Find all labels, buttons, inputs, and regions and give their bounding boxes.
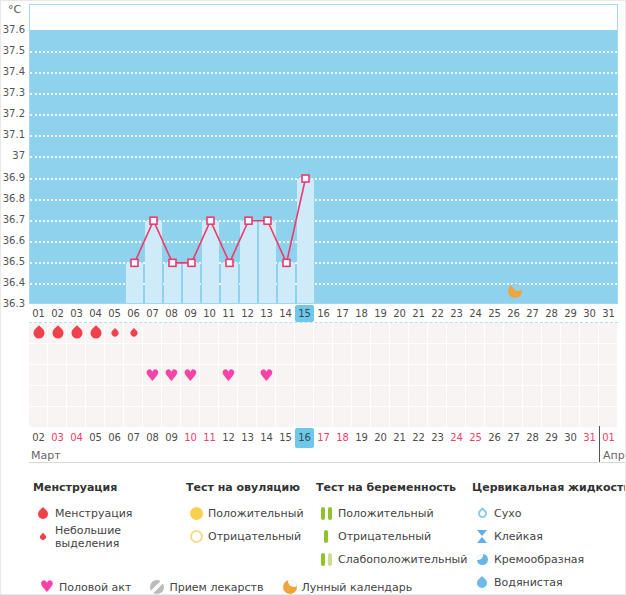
temperature-unit-label: °C [8,3,21,16]
cycle-day-label[interactable]: 31 [599,305,618,322]
cycle-day-label[interactable]: 05 [105,305,124,322]
calendar-date-label[interactable]: 22 [409,428,428,448]
cycle-day-label[interactable]: 04 [86,305,105,322]
y-axis-tick-label: 37.3 [1,87,25,98]
temperature-point[interactable] [245,217,252,224]
calendar-date-label[interactable]: 06 [105,428,124,448]
temperature-point[interactable] [131,259,138,266]
calendar-date-label[interactable]: 13 [238,428,257,448]
calendar-date-label[interactable]: 04 [67,428,86,448]
fertility-chart-app: °C 37.637.537.437.337.237.13736.936.836.… [0,0,626,595]
y-axis-tick-label: 36.5 [1,256,25,267]
calendar-date-axis: 0203040506070809101112131415161718192021… [29,428,618,448]
cycle-day-label[interactable]: 03 [67,305,86,322]
cycle-day-label[interactable]: 15 [295,305,314,322]
calendar-date-label[interactable]: 27 [504,428,523,448]
temperature-point[interactable] [207,217,214,224]
symptom-grid: ♥♥♥♥♥ [29,323,618,428]
intercourse-heart-icon[interactable]: ♥ [259,368,273,384]
cycle-day-label[interactable]: 25 [485,305,504,322]
cycle-day-label[interactable]: 10 [200,305,219,322]
calendar-date-label[interactable]: 11 [200,428,219,448]
intercourse-heart-icon[interactable]: ♥ [221,368,235,384]
cycle-day-label[interactable]: 24 [466,305,485,322]
cycle-day-label[interactable]: 16 [314,305,333,322]
calendar-date-label[interactable]: 20 [371,428,390,448]
cycle-day-label[interactable]: 27 [523,305,542,322]
moon-calendar-icon [508,284,522,298]
calendar-date-label[interactable]: 03 [48,428,67,448]
cycle-day-label[interactable]: 01 [29,305,48,322]
calendar-date-label[interactable]: 19 [352,428,371,448]
calendar-date-label[interactable]: 14 [257,428,276,448]
calendar-date-label[interactable]: 16 [295,428,314,448]
calendar-date-label[interactable]: 24 [447,428,466,448]
cycle-day-label[interactable]: 02 [48,305,67,322]
moon-calendar-icon [280,580,300,594]
legend-item-label: Сухо [494,507,521,520]
ovulation-positive-icon [186,507,206,520]
y-axis-tick-label: 37.5 [1,45,25,56]
calendar-date-label[interactable]: 10 [181,428,200,448]
calendar-date-label[interactable]: 12 [219,428,238,448]
calendar-date-label[interactable]: 18 [333,428,352,448]
temperature-point[interactable] [283,259,290,266]
temperature-line-chart [30,5,619,305]
calendar-date-label[interactable]: 31 [580,428,599,448]
cycle-day-label[interactable]: 13 [257,305,276,322]
cycle-day-label[interactable]: 21 [409,305,428,322]
calendar-date-label[interactable]: 17 [314,428,333,448]
calendar-date-label[interactable]: 26 [485,428,504,448]
temperature-point[interactable] [169,259,176,266]
cycle-day-label[interactable]: 09 [181,305,200,322]
legend-column: Цервикальная жидкостьСухоКлейкаяКремообр… [472,481,626,595]
calendar-date-label[interactable]: 25 [466,428,485,448]
calendar-date-label[interactable]: 23 [428,428,447,448]
intercourse-heart-icon[interactable]: ♥ [145,368,159,384]
cycle-day-label[interactable]: 07 [143,305,162,322]
calendar-date-label[interactable]: 15 [276,428,295,448]
cycle-day-label[interactable]: 22 [428,305,447,322]
calendar-date-label[interactable]: 30 [561,428,580,448]
cycle-day-label[interactable]: 11 [219,305,238,322]
cycle-day-label[interactable]: 17 [333,305,352,322]
cycle-day-label[interactable]: 14 [276,305,295,322]
cycle-day-label[interactable]: 20 [390,305,409,322]
temperature-point[interactable] [264,217,271,224]
y-axis-tick-label: 36.6 [1,235,25,246]
cycle-day-label[interactable]: 08 [162,305,181,322]
cycle-day-label[interactable]: 30 [580,305,599,322]
temperature-point[interactable] [150,217,157,224]
calendar-date-label[interactable]: 01 [599,428,618,448]
intercourse-heart-icon[interactable]: ♥ [164,368,178,384]
temperature-point[interactable] [188,259,195,266]
intercourse-heart-icon: ♥ [37,579,57,595]
temperature-point[interactable] [302,175,309,182]
legend-item-label: Прием лекарств [169,581,263,594]
cycle-day-label[interactable]: 23 [447,305,466,322]
intercourse-heart-icon[interactable]: ♥ [183,368,197,384]
legend-item: Отрицательный [316,525,472,548]
calendar-date-label[interactable]: 29 [542,428,561,448]
cycle-day-label[interactable]: 18 [352,305,371,322]
calendar-date-label[interactable]: 28 [523,428,542,448]
legend-item: Отрицательный [186,525,316,548]
legend-footer-item: Прием лекарств [147,580,263,594]
calendar-date-label[interactable]: 21 [390,428,409,448]
temperature-point[interactable] [226,259,233,266]
calendar-date-label[interactable]: 07 [124,428,143,448]
calendar-date-label[interactable]: 09 [162,428,181,448]
calendar-date-label[interactable]: 05 [86,428,105,448]
cycle-day-label[interactable]: 28 [542,305,561,322]
ovulation-negative-icon [186,530,206,543]
calendar-date-label[interactable]: 08 [143,428,162,448]
symptom-grid-row [29,365,618,385]
cycle-day-label[interactable]: 12 [238,305,257,322]
cycle-day-label[interactable]: 26 [504,305,523,322]
cycle-day-label[interactable]: 06 [124,305,143,322]
legend-item: Слабоположительный [316,548,472,571]
legend-item: Менструация [33,502,186,525]
calendar-date-label[interactable]: 02 [29,428,48,448]
cycle-day-label[interactable]: 29 [561,305,580,322]
cycle-day-label[interactable]: 19 [371,305,390,322]
